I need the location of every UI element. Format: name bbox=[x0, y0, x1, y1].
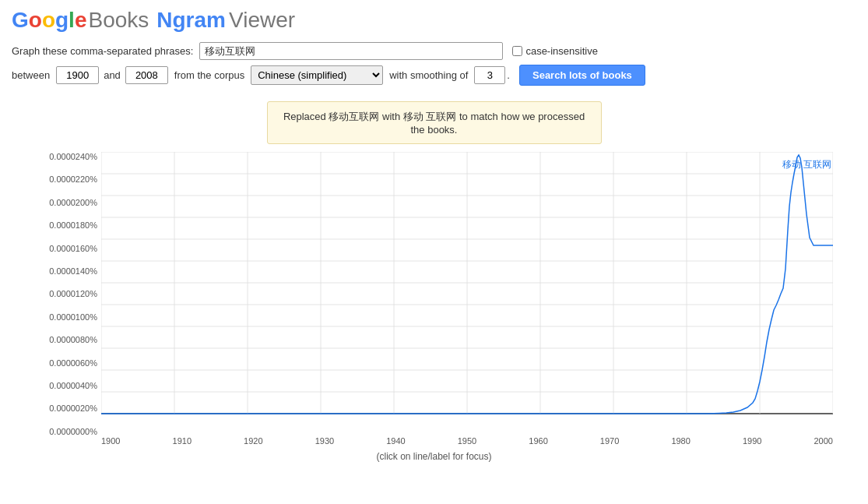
ngram-logo: Ngram bbox=[156, 8, 226, 33]
case-insensitive-label: case-insensitive bbox=[525, 45, 598, 57]
y-label-10: 0.0000040% bbox=[49, 381, 97, 390]
period: . bbox=[507, 69, 510, 81]
y-label-2: 0.0000200% bbox=[49, 198, 97, 207]
x-label-1940: 1940 bbox=[386, 436, 405, 446]
x-label-1910: 1910 bbox=[173, 436, 192, 446]
y-label-4: 0.0000160% bbox=[49, 244, 97, 253]
smoothing-label: with smoothing of bbox=[389, 69, 468, 81]
corpus-label: from the corpus bbox=[174, 69, 244, 81]
y-label-5: 0.0000140% bbox=[49, 266, 97, 276]
x-axis-labels: 1900 1910 1920 1930 1940 1950 1960 1970 … bbox=[101, 434, 833, 448]
control-row-2: between and from the corpus Chinese (sim… bbox=[12, 65, 856, 86]
y-label-7: 0.0000100% bbox=[49, 312, 97, 322]
phrases-label: Graph these comma-separated phrases: bbox=[12, 45, 193, 57]
controls-panel: Graph these comma-separated phrases: cas… bbox=[0, 37, 868, 95]
y-label-1: 0.0000220% bbox=[49, 174, 97, 184]
y-label-6: 0.0000120% bbox=[49, 289, 97, 298]
y-label-9: 0.0000060% bbox=[49, 358, 97, 368]
y-axis-labels: 0.0000240% 0.0000220% 0.0000200% 0.00001… bbox=[12, 152, 101, 436]
y-label-3: 0.0000180% bbox=[49, 220, 97, 230]
x-label-1980: 1980 bbox=[671, 436, 690, 446]
books-logo: Books bbox=[88, 8, 149, 33]
x-label-2000: 2000 bbox=[814, 436, 832, 446]
line-chart-svg[interactable]: 移动 互联网 bbox=[101, 152, 833, 436]
smoothing-input[interactable] bbox=[474, 66, 505, 84]
control-row-1: Graph these comma-separated phrases: cas… bbox=[12, 42, 856, 60]
chart-container: 0.0000240% 0.0000220% 0.0000200% 0.00001… bbox=[12, 152, 845, 448]
header: Google Books Ngram Viewer bbox=[0, 0, 868, 37]
chart-caption: (click on line/label for focus) bbox=[12, 451, 856, 462]
between-label: between bbox=[12, 69, 50, 81]
search-button[interactable]: Search lots of books bbox=[519, 65, 645, 86]
x-label-1970: 1970 bbox=[600, 436, 619, 446]
y-label-12: 0.0000000% bbox=[49, 427, 97, 436]
x-label-1950: 1950 bbox=[458, 436, 476, 446]
notification-banner: Replaced 移动互联网 with 移动 互联网 to match how … bbox=[267, 101, 602, 144]
y-label-8: 0.0000080% bbox=[49, 335, 97, 344]
viewer-logo: Viewer bbox=[229, 8, 295, 33]
y-label-11: 0.0000020% bbox=[49, 404, 97, 413]
chart-area: 0.0000240% 0.0000220% 0.0000200% 0.00001… bbox=[12, 152, 856, 462]
x-label-1990: 1990 bbox=[743, 436, 761, 446]
corpus-select[interactable]: Chinese (simplified) English English Fic… bbox=[251, 65, 383, 85]
x-label-1920: 1920 bbox=[244, 436, 262, 446]
year-start-input[interactable] bbox=[56, 66, 99, 84]
case-insensitive-checkbox[interactable] bbox=[512, 46, 522, 56]
x-label-1930: 1930 bbox=[315, 436, 334, 446]
x-label-1960: 1960 bbox=[529, 436, 547, 446]
and-label: and bbox=[104, 69, 121, 81]
notification-text: Replaced 移动互联网 with 移动 互联网 to match how … bbox=[283, 111, 585, 136]
phrase-input[interactable] bbox=[199, 42, 503, 60]
x-label-1900: 1900 bbox=[101, 436, 120, 446]
y-label-0: 0.0000240% bbox=[49, 152, 97, 161]
google-logo: Google bbox=[12, 8, 86, 33]
year-end-input[interactable] bbox=[125, 66, 168, 84]
series-label[interactable]: 移动 互联网 bbox=[782, 159, 831, 170]
